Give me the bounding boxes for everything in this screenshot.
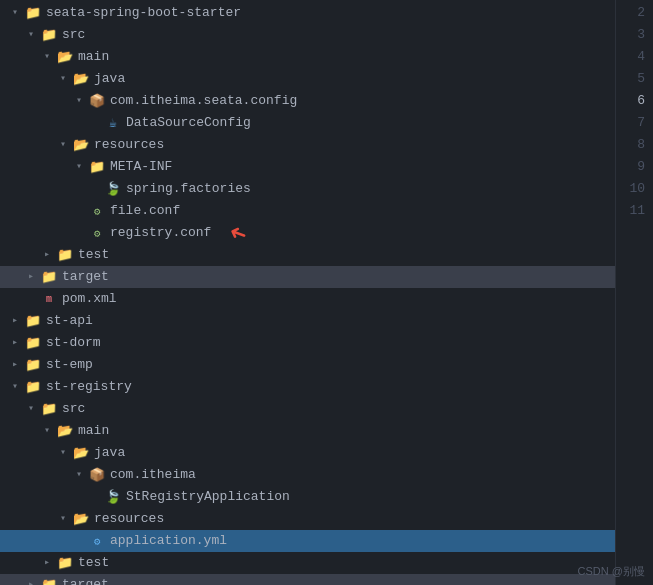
folder-icon: 📁 (56, 554, 74, 572)
tree-label: resources (94, 134, 164, 156)
tree-arrow (24, 28, 38, 42)
line-num-5: 5 (616, 68, 645, 90)
line-num-3: 3 (616, 24, 645, 46)
line-num-8: 8 (616, 134, 645, 156)
spring-file-icon: 🍃 (104, 180, 122, 198)
tree-label: st-api (46, 310, 93, 332)
tree-arrow (8, 6, 22, 20)
tree-row-com.itheima.seata.config[interactable]: 📦com.itheima.seata.config (0, 90, 615, 112)
line-num-4: 4 (616, 46, 645, 68)
tree-row-registry.conf[interactable]: ⚙registry.conf➜ (0, 222, 615, 244)
line-numbers: 234567891011 (615, 0, 653, 585)
tree-arrow (8, 380, 22, 394)
conf-file-icon: ⚙ (88, 202, 106, 220)
tree-row-main[interactable]: 📂main (0, 46, 615, 68)
tree-label: resources (94, 508, 164, 530)
tree-label: src (62, 24, 85, 46)
tree-row-DataSourceConfig[interactable]: ☕DataSourceConfig (0, 112, 615, 134)
folder-blue-icon: 📂 (56, 422, 74, 440)
tree-row-main2[interactable]: 📂main (0, 420, 615, 442)
folder-yellow-icon: 📁 (24, 334, 42, 352)
tree-label: META-INF (110, 156, 172, 178)
tree-label: com.itheima.seata.config (110, 90, 297, 112)
tree-row-resources2[interactable]: 📂resources (0, 508, 615, 530)
tree-row-com.itheima[interactable]: 📦com.itheima (0, 464, 615, 486)
tree-arrow (24, 578, 38, 585)
watermark: CSDN @别慢 (578, 564, 645, 579)
line-num-6: 6 (616, 90, 645, 112)
tree-arrow (40, 424, 54, 438)
tree-label: registry.conf (110, 222, 211, 244)
folder-icon: 📁 (40, 26, 58, 44)
line-num-10: 10 (616, 178, 645, 200)
tree-label: java (94, 442, 125, 464)
tree-arrow (56, 138, 70, 152)
tree-label: test (78, 244, 109, 266)
tree-label: DataSourceConfig (126, 112, 251, 134)
tree-arrow (72, 160, 86, 174)
tree-row-seata-spring-boot-starter[interactable]: 📁seata-spring-boot-starter (0, 2, 615, 24)
tree-label: file.conf (110, 200, 180, 222)
folder-icon: 📁 (40, 400, 58, 418)
tree-row-resources[interactable]: 📂resources (0, 134, 615, 156)
folder-blue-icon: 📂 (72, 136, 90, 154)
tree-row-src[interactable]: 📁src (0, 24, 615, 46)
tree-label: application.yml (110, 530, 227, 552)
tree-row-target[interactable]: 📁target (0, 266, 615, 288)
tree-arrow (56, 446, 70, 460)
tree-label: st-emp (46, 354, 93, 376)
folder-yellow-icon: 📁 (24, 312, 42, 330)
tree-label: src (62, 398, 85, 420)
tree-label: java (94, 68, 125, 90)
tree-label: main (78, 46, 109, 68)
tree-arrow (72, 94, 86, 108)
tree-row-st-registry[interactable]: 📁st-registry (0, 376, 615, 398)
tree-arrow (40, 248, 54, 262)
spring-bean-icon: ☕ (104, 114, 122, 132)
tree-arrow (56, 512, 70, 526)
tree-arrow (40, 50, 54, 64)
tree-arrow (72, 468, 86, 482)
folder-blue-icon: 📂 (72, 510, 90, 528)
tree-arrow (8, 314, 22, 328)
line-num-11: 11 (616, 200, 645, 222)
tree-row-test[interactable]: 📁test (0, 244, 615, 266)
tree-label: seata-spring-boot-starter (46, 2, 241, 24)
tree-row-application.yml[interactable]: ⚙application.yml (0, 530, 615, 552)
file-tree: 📁seata-spring-boot-starter📁src📂main📂java… (0, 0, 615, 585)
tree-row-spring.factories[interactable]: 🍃spring.factories (0, 178, 615, 200)
tree-label: spring.factories (126, 178, 251, 200)
tree-row-st-api[interactable]: 📁st-api (0, 310, 615, 332)
tree-label: target (62, 574, 109, 585)
tree-arrow (8, 358, 22, 372)
tree-row-test2[interactable]: 📁test (0, 552, 615, 574)
folder-icon: 📁 (88, 158, 106, 176)
folder-icon: 📁 (56, 246, 74, 264)
tree-row-java[interactable]: 📂java (0, 68, 615, 90)
folder-yellow-icon: 📁 (40, 576, 58, 585)
line-num-9: 9 (616, 156, 645, 178)
tree-row-file.conf[interactable]: ⚙file.conf (0, 200, 615, 222)
folder-yellow-icon: 📁 (24, 4, 42, 22)
tree-row-pom.xml1[interactable]: mpom.xml (0, 288, 615, 310)
tree-arrow (56, 72, 70, 86)
tree-row-StRegistryApplication[interactable]: 🍃StRegistryApplication (0, 486, 615, 508)
tree-label: com.itheima (110, 464, 196, 486)
tree-arrow (40, 556, 54, 570)
yaml-file-icon: ⚙ (88, 532, 106, 550)
folder-blue-icon: 📂 (72, 444, 90, 462)
tree-row-java2[interactable]: 📂java (0, 442, 615, 464)
tree-label: target (62, 266, 109, 288)
tree-row-st-dorm[interactable]: 📁st-dorm (0, 332, 615, 354)
package-icon: 📦 (88, 466, 106, 484)
tree-row-st-emp[interactable]: 📁st-emp (0, 354, 615, 376)
tree-row-src2[interactable]: 📁src (0, 398, 615, 420)
tree-arrow (24, 270, 38, 284)
folder-yellow-icon: 📁 (24, 378, 42, 396)
tree-arrow (24, 402, 38, 416)
folder-blue-icon: 📂 (56, 48, 74, 66)
tree-arrow (8, 336, 22, 350)
tree-row-target2[interactable]: 📁target (0, 574, 615, 585)
folder-yellow-icon: 📁 (40, 268, 58, 286)
tree-row-META-INF[interactable]: 📁META-INF (0, 156, 615, 178)
